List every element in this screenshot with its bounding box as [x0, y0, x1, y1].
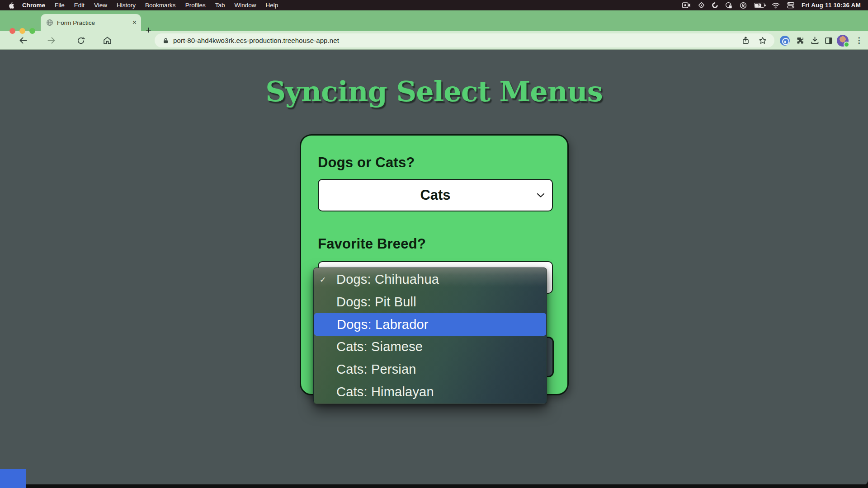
desktop-edge [0, 484, 868, 488]
corner-blue-swatch [0, 469, 26, 488]
password-extension-icon[interactable] [780, 31, 790, 50]
chrome-tab-strip: Form Practice × + [0, 10, 868, 31]
wifi-icon[interactable] [772, 2, 780, 9]
menu-item-window[interactable]: Window [234, 2, 256, 9]
profile-avatar[interactable] [836, 31, 849, 50]
macos-menu-bar: Chrome File Edit View History Bookmarks … [0, 0, 868, 10]
bookmark-star-icon[interactable] [758, 36, 767, 45]
app-c-icon[interactable] [712, 2, 718, 8]
dropdown-option-cats-himalayan[interactable]: Cats: Himalayan [314, 380, 547, 403]
apple-menu-icon[interactable] [8, 2, 14, 9]
option-label: Dogs: Chihuahua [336, 272, 439, 287]
option-label: Cats: Siamese [336, 339, 423, 354]
control-center-icon[interactable] [787, 2, 794, 9]
menu-item-edit[interactable]: Edit [74, 2, 85, 9]
url-text[interactable]: port-80-ahd4kwo3rk.ecs-production.treeho… [173, 37, 339, 44]
dropdown-option-dogs-chihuahua[interactable]: ✓ Dogs: Chihuahua [314, 268, 547, 291]
option-label: Cats: Persian [336, 362, 416, 377]
favorite-breed-label: Favorite Breed? [318, 236, 426, 252]
menu-item-view[interactable]: View [94, 2, 107, 9]
checkmark-icon: ✓ [320, 275, 326, 284]
zoom-window-button[interactable] [29, 28, 35, 34]
menu-item-history[interactable]: History [117, 2, 136, 9]
option-label: Cats: Himalayan [336, 385, 434, 399]
dropdown-option-cats-siamese[interactable]: Cats: Siamese [314, 336, 547, 358]
dropdown-option-dogs-pit-bull[interactable]: Dogs: Pit Bull [314, 291, 547, 314]
tab-close-icon[interactable]: × [132, 19, 137, 26]
privacy-lock-icon[interactable] [725, 2, 732, 9]
dropdown-option-dogs-labrador[interactable]: Dogs: Labrador [314, 313, 546, 336]
dogs-or-cats-label: Dogs or Cats? [318, 155, 415, 171]
chrome-toolbar: port-80-ahd4kwo3rk.ecs-production.treeho… [0, 31, 868, 50]
tab-title: Form Practice [57, 19, 130, 26]
battery-icon[interactable] [754, 3, 764, 8]
menu-bar-clock[interactable]: Fri Aug 11 10:36 AM [802, 2, 861, 9]
new-tab-button[interactable]: + [146, 25, 151, 35]
chevron-down-icon [537, 193, 545, 198]
page-title: Syncing Select Menus [0, 75, 868, 108]
close-window-button[interactable] [9, 28, 15, 34]
breed-dropdown-menu: ✓ Dogs: Chihuahua Dogs: Pit Bull Dogs: L… [313, 267, 547, 404]
minimize-window-button[interactable] [19, 28, 25, 34]
reload-icon[interactable] [75, 31, 87, 50]
home-icon[interactable] [101, 31, 113, 50]
forward-icon[interactable] [45, 31, 57, 50]
side-panel-icon[interactable] [823, 31, 834, 50]
share-icon[interactable] [741, 36, 750, 45]
window-controls [9, 28, 35, 34]
extensions-puzzle-icon[interactable] [794, 31, 805, 50]
menu-item-help[interactable]: Help [265, 2, 278, 9]
pet-type-select[interactable]: Cats [318, 179, 553, 211]
tab-form-practice[interactable]: Form Practice × [41, 14, 141, 31]
menu-item-chrome[interactable]: Chrome [22, 2, 45, 9]
dropdown-option-cats-persian[interactable]: Cats: Persian [314, 358, 547, 381]
https-lock-icon[interactable] [163, 38, 169, 44]
address-bar[interactable]: port-80-ahd4kwo3rk.ecs-production.treeho… [155, 33, 774, 47]
screen-record-icon[interactable] [682, 2, 691, 9]
back-icon[interactable] [17, 31, 29, 50]
option-label: Dogs: Pit Bull [336, 295, 416, 310]
overflow-menu-icon[interactable]: ⋮ [854, 31, 863, 50]
menu-item-tab[interactable]: Tab [215, 2, 225, 9]
menu-item-file[interactable]: File [55, 2, 65, 9]
pet-type-value: Cats [420, 187, 450, 203]
downloads-icon[interactable] [809, 31, 820, 50]
option-label: Dogs: Labrador [337, 317, 429, 332]
user-account-icon[interactable] [740, 2, 747, 9]
menu-item-bookmarks[interactable]: Bookmarks [145, 2, 176, 9]
seal-badge-icon[interactable] [698, 2, 705, 9]
tab-favicon-globe-icon [46, 19, 53, 26]
menu-item-profiles[interactable]: Profiles [185, 2, 206, 9]
